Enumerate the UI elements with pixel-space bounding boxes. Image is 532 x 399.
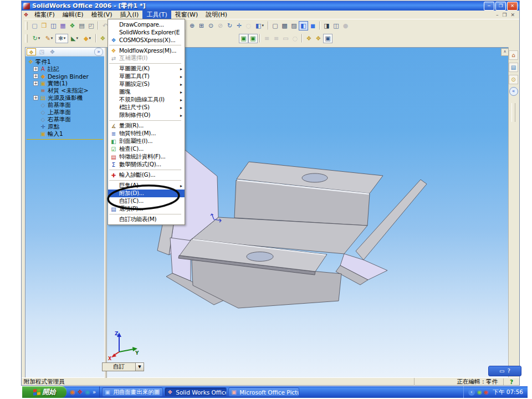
tree-item[interactable]: + ▣ 實體(1) — [25, 80, 104, 87]
graphics-area[interactable]: Z Y X ❖◳✥ » — [25, 47, 509, 378]
toolbar-button[interactable]: ◣ — [68, 34, 81, 43]
toolbar-button[interactable]: ▣ — [323, 34, 332, 43]
toolbar-button[interactable]: ◫ — [49, 21, 58, 30]
toolbar-button[interactable]: ❒ — [39, 21, 49, 30]
taskbar-task-button[interactable]: ▣ Microsoft Office Pictur.. — [228, 387, 299, 397]
task-pane-button[interactable]: ▤ — [509, 63, 518, 72]
toolbar-button[interactable]: ▢ — [270, 21, 280, 30]
menubar-item[interactable]: 插入(I) — [116, 10, 143, 19]
menu-item[interactable]: ▤ 特徵統計資料(F)... ▸ — [108, 153, 185, 161]
toolbar-button[interactable]: ▣ — [248, 34, 258, 43]
task-pane-button[interactable]: ⊙ — [509, 75, 518, 84]
toolbar-button[interactable]: ▣ — [239, 34, 248, 43]
tree-item[interactable]: + ◇ 上基準面 — [25, 109, 104, 116]
tray-icon[interactable]: ◉ — [477, 386, 482, 398]
toolbar-button[interactable]: ◫ — [331, 21, 341, 30]
tree-item[interactable]: + ▣ 輸入1 — [25, 130, 104, 137]
toolbar-button[interactable] — [301, 34, 303, 43]
menu-item[interactable]: ▤ 選項(P)... ▸ — [108, 205, 185, 213]
help-indicator[interactable]: ? — [503, 378, 519, 385]
menu-item[interactable]: ❖ MoldflowXpress(M)... ▸ — [108, 47, 185, 54]
tree-rollback-bar[interactable] — [27, 139, 103, 140]
toolbar-button[interactable]: ◨ — [322, 21, 331, 30]
toolbar-grip[interactable] — [25, 22, 28, 30]
tree-item[interactable]: + ◆ Design Binder — [25, 73, 104, 80]
menubar-item[interactable]: 工具(T) — [142, 10, 171, 19]
taskbar-task-button[interactable]: ❖ Solid Works Office 20... — [165, 387, 227, 397]
toolbar-button[interactable]: ✎ — [43, 34, 55, 43]
toolbar-button[interactable]: ≡ — [272, 34, 281, 43]
tree-item[interactable]: + ❖ 零件1 — [25, 58, 104, 65]
toolbar-button[interactable]: ⊘ — [216, 21, 225, 30]
toolbar-button[interactable]: ▭ — [281, 34, 290, 43]
toolbar-button[interactable]: ◆ — [81, 34, 94, 43]
toolbar-button[interactable] — [259, 34, 260, 43]
task-pane-button[interactable]: ⌂ — [509, 50, 518, 60]
taskbar-task-button[interactable]: ▣ 用曲面畫出來的圖 — [102, 387, 163, 397]
toolbar-button[interactable] — [268, 21, 269, 30]
tree-item[interactable]: + ▤ 光源及攝影機 — [25, 94, 104, 101]
quick-tips-icon[interactable]: ▭ — [499, 367, 504, 375]
menu-item[interactable]: 限制條件(O) ▸ — [108, 111, 185, 119]
quick-launch-icon[interactable]: ◉ — [70, 386, 75, 398]
tree-tab[interactable]: ✥ — [48, 48, 57, 55]
quick-launch-icon[interactable]: ❖ — [78, 386, 83, 398]
menu-item[interactable]: ☑ 檢查(C)... ▸ — [108, 145, 185, 153]
window-control-button[interactable]: ─ — [484, 2, 494, 11]
menu-item[interactable]: 草圖圖元(K) ▸ — [108, 65, 185, 73]
toolbar-button[interactable]: ▦ — [58, 21, 68, 30]
menu-item[interactable]: ∡ 量測(R)... ▸ — [108, 122, 185, 130]
tray-chevron-icon[interactable]: ‹ — [468, 389, 475, 396]
menu-item[interactable]: ✚ 輸入診斷(G)... ▸ — [108, 171, 185, 179]
window-control-button[interactable]: ✕ — [507, 2, 518, 11]
expand-plus-icon[interactable]: + — [33, 66, 38, 71]
toolbar-button[interactable]: ◧ — [253, 21, 266, 30]
menu-item[interactable]: 附加(D)... ▸ — [108, 190, 185, 197]
toolbar-button[interactable]: ▢ — [30, 21, 39, 30]
expand-plus-icon[interactable]: + — [33, 81, 38, 86]
toolbar-button[interactable]: ◧ — [299, 21, 308, 30]
doc-window-control[interactable]: ✕ — [510, 12, 515, 18]
toolbar-button[interactable]: ⊞ — [197, 21, 206, 30]
collapse-chevron-icon[interactable]: « — [509, 87, 518, 96]
toolbar-button[interactable]: ▨ — [289, 21, 299, 30]
toolbar-button[interactable]: ❖ — [314, 34, 323, 43]
menubar-item[interactable]: 檔案(F) — [30, 10, 59, 19]
toolbar-button[interactable]: ❖ — [68, 21, 77, 30]
toolbar-button[interactable]: ❖ — [304, 34, 314, 43]
toolbar-button[interactable] — [319, 21, 320, 30]
menu-item[interactable]: Σ 數學關係式(Q)... ▸ — [108, 161, 185, 168]
start-button[interactable]: 開始 — [22, 386, 66, 398]
toolbar-button[interactable]: ↻ — [225, 21, 234, 30]
tree-item[interactable]: + ✛ 原點 — [25, 123, 104, 130]
scroll-up-arrow[interactable]: ∧ — [501, 48, 509, 56]
toolbar-button[interactable]: ◌ — [290, 34, 300, 43]
toolbar-button[interactable]: ⊕ — [187, 21, 197, 30]
toolbar-button[interactable]: ▩ — [280, 21, 289, 30]
quick-tips-icon[interactable]: ? — [508, 367, 510, 375]
menu-item[interactable]: 圖塊 ▸ — [108, 88, 185, 96]
doc-window-control[interactable]: – — [496, 12, 499, 18]
panel-splitter[interactable] — [104, 48, 107, 378]
toolbar-button[interactable]: ◌ — [244, 21, 253, 30]
menu-item[interactable]: ⇄ 互補選擇(I) ▸ — [108, 54, 185, 62]
menu-item[interactable]: DrawCompare... ▸ — [108, 21, 185, 28]
tray-icon[interactable]: ◉ — [484, 386, 489, 398]
tree-tab[interactable]: ❖ — [27, 48, 36, 55]
tree-item[interactable]: + A 註記 — [25, 65, 104, 73]
menubar-item[interactable]: 說明(H) — [202, 10, 231, 19]
toolbar-grip[interactable] — [25, 34, 28, 43]
menu-item[interactable]: 標註尺寸(S) ▸ — [108, 104, 185, 111]
menu-item[interactable]: 不規則曲線工具(I) ▸ — [108, 96, 185, 104]
menu-item[interactable]: 自訂功能表(M) ▸ — [108, 216, 185, 223]
toolbar-button[interactable]: ✱ — [55, 34, 68, 43]
expand-plus-icon[interactable]: + — [33, 95, 38, 100]
menubar-item[interactable]: 視窗(W) — [171, 10, 202, 19]
quick-tips-bar[interactable]: ▭? — [488, 366, 521, 376]
toolbar-button[interactable]: ▤ — [77, 21, 86, 30]
toolbar-button[interactable] — [95, 34, 96, 43]
tree-item[interactable]: + ◇ 前基準面 — [25, 101, 104, 109]
tree-item[interactable]: + ≡ 材質 <未指定> — [25, 87, 104, 94]
toolbar-button[interactable]: ◼ — [308, 21, 318, 30]
window-control-button[interactable]: ❐ — [495, 2, 506, 11]
